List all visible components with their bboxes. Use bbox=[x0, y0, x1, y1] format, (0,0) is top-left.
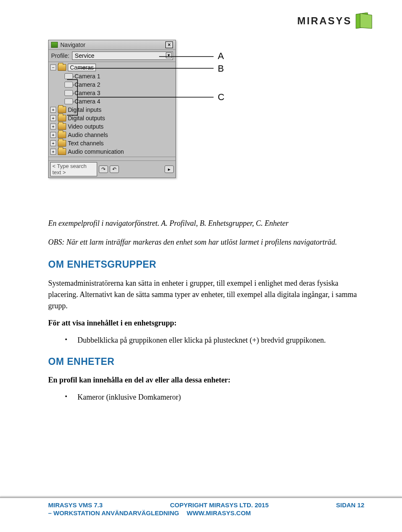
item-label: Camera 1 bbox=[75, 73, 100, 80]
expand-icon[interactable]: + bbox=[50, 149, 56, 155]
folder-icon bbox=[58, 123, 66, 130]
tree-item-camera[interactable]: Camera 2 bbox=[49, 80, 175, 89]
callout-b: B bbox=[218, 63, 224, 74]
search-bar: < Type search text > ↷ ↶ ▸ bbox=[49, 160, 175, 178]
search-input[interactable]: < Type search text > bbox=[50, 162, 97, 176]
tree-group-cameras[interactable]: − Cameras bbox=[49, 63, 175, 72]
para-units-lead: En profil kan innehålla en del av eller … bbox=[48, 374, 364, 386]
callout-c: C bbox=[218, 92, 224, 103]
expand-icon[interactable]: + bbox=[50, 107, 56, 113]
item-label: Camera 3 bbox=[75, 90, 100, 96]
group-label: Audio channels bbox=[68, 132, 108, 138]
group-label: Cameras bbox=[68, 64, 96, 71]
page-footer: MIRASYS VMS 7.3 COPYRIGHT MIRASYS LTD. 2… bbox=[0, 497, 402, 517]
bullet-list-show: Dubbelklicka på gruppikonen eller klicka… bbox=[48, 335, 364, 346]
tree-group[interactable]: + Digital inputs bbox=[49, 106, 175, 114]
folder-icon bbox=[58, 106, 66, 113]
item-label: Camera 2 bbox=[75, 81, 100, 88]
navigator-title: Navigator bbox=[60, 41, 163, 48]
search-prev-icon[interactable]: ↶ bbox=[110, 165, 119, 173]
profile-value: Service bbox=[75, 52, 95, 59]
profile-label: Profile: bbox=[51, 52, 70, 59]
folder-icon bbox=[58, 140, 66, 147]
heading-groups: OM ENHETSGRUPPER bbox=[48, 257, 364, 272]
camera-icon bbox=[64, 98, 73, 104]
tree-group[interactable]: + Audio channels bbox=[49, 131, 175, 139]
folder-icon bbox=[58, 132, 66, 138]
expand-icon[interactable]: + bbox=[50, 140, 56, 146]
tree-group[interactable]: + Text channels bbox=[49, 139, 175, 147]
divider bbox=[49, 157, 175, 157]
folder-icon bbox=[58, 115, 66, 121]
group-label: Text channels bbox=[68, 140, 104, 147]
camera-icon bbox=[64, 82, 73, 88]
search-go-icon[interactable]: ▸ bbox=[165, 165, 174, 173]
callout-a: A bbox=[218, 51, 224, 62]
group-label: Digital outputs bbox=[68, 115, 105, 121]
footer-copyright: COPYRIGHT MIRASYS LTD. 2015 bbox=[170, 501, 269, 509]
folder-icon bbox=[58, 64, 66, 71]
collapse-icon[interactable]: − bbox=[50, 65, 56, 70]
tree-item-camera[interactable]: Camera 4 bbox=[49, 97, 175, 106]
footer-page: SIDAN 12 bbox=[336, 501, 364, 509]
note-obs: OBS: När ett larm inträffar markeras den… bbox=[48, 237, 364, 248]
footer-url: WWW.MIRASYS.COM bbox=[187, 509, 251, 517]
svg-marker-1 bbox=[360, 13, 372, 28]
footer-subtitle: – WORKSTATION ANVÄNDARVÄGLEDNING bbox=[48, 509, 179, 517]
group-label: Digital inputs bbox=[68, 106, 101, 113]
item-label: Camera 4 bbox=[75, 98, 100, 105]
brand-logo-icon bbox=[354, 13, 373, 29]
para-show-label: För att visa innehållet i en enhetsgrupp… bbox=[48, 318, 364, 329]
profile-select[interactable]: Service ▼ bbox=[72, 52, 173, 60]
close-icon[interactable]: × bbox=[165, 41, 173, 48]
navigator-icon bbox=[51, 42, 58, 48]
folder-icon bbox=[58, 148, 66, 155]
device-tree: − Cameras Camera 1 Camera 2 Camera 3 bbox=[49, 62, 175, 160]
search-next-icon[interactable]: ↷ bbox=[99, 165, 108, 173]
tree-item-camera[interactable]: Camera 1 bbox=[49, 72, 175, 80]
bullet-list-units: Kameror (inklusive Domkameror) bbox=[48, 392, 364, 403]
expand-icon[interactable]: + bbox=[50, 124, 56, 129]
tree-item-camera[interactable]: Camera 3 bbox=[49, 89, 175, 97]
figure-caption: En exempelprofil i navigatorfönstret. A.… bbox=[48, 218, 364, 229]
heading-units: OM ENHETER bbox=[48, 354, 364, 369]
camera-icon bbox=[64, 90, 73, 96]
navigator-panel: Navigator × Profile: Service ▼ − Cameras bbox=[48, 40, 176, 178]
brand-text: MIRASYS bbox=[297, 15, 352, 27]
camera-icon bbox=[64, 73, 73, 79]
expand-icon[interactable]: + bbox=[50, 115, 56, 121]
list-item: Kameror (inklusive Domkameror) bbox=[77, 392, 364, 403]
navigator-titlebar: Navigator × bbox=[49, 40, 175, 50]
chevron-down-icon: ▼ bbox=[166, 52, 172, 58]
footer-product: MIRASYS VMS 7.3 bbox=[48, 501, 103, 509]
group-label: Video outputs bbox=[68, 123, 103, 130]
para-groups: Systemadministratörerna kan sätta in enh… bbox=[48, 278, 364, 312]
tree-group[interactable]: + Video outputs bbox=[49, 122, 175, 131]
profile-row: Profile: Service ▼ bbox=[49, 50, 175, 62]
tree-group[interactable]: + Digital outputs bbox=[49, 114, 175, 122]
list-item: Dubbelklicka på gruppikonen eller klicka… bbox=[77, 335, 364, 346]
tree-group[interactable]: + Audio communication bbox=[49, 147, 175, 156]
group-label: Audio communication bbox=[68, 148, 124, 155]
expand-icon[interactable]: + bbox=[50, 132, 56, 138]
brand-block: MIRASYS bbox=[297, 13, 373, 29]
